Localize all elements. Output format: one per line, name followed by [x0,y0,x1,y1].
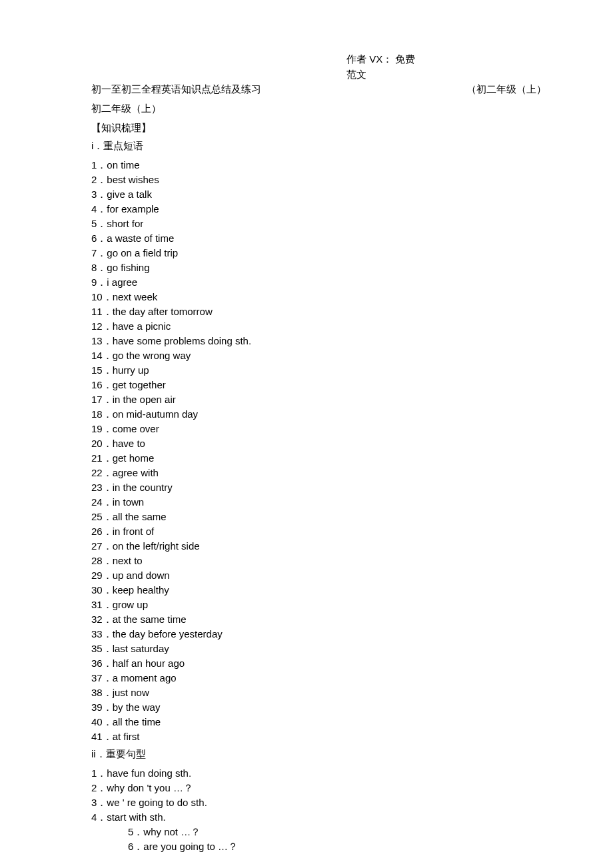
list-item: 29．up and down [91,568,553,583]
list-item: 21．get home [91,451,553,466]
list-item: 19．come over [91,422,553,436]
list-item: 12．have a picnic [91,319,553,334]
list-item: 1．on time [91,158,553,173]
list-item: 2．best wishes [91,173,553,187]
list-item: 5．short for [91,217,553,231]
list-item: 28．next to [91,554,553,568]
list-item: 33．the day before yesterday [91,627,553,642]
section-ii-label: ii．重要句型 [91,748,553,761]
list-item: 2．why don 't you …？ [91,781,553,795]
document-content: 初一至初三全程英语知识点总结及练习 （初二年级（上） 初二年级（上） 【知识梳理… [91,83,553,854]
header-author-block: 作者 VX： 免费 范文 [346,52,415,82]
list-item: 20．have to [91,436,553,451]
list-item: 3．we ' re going to do sth. [91,795,553,810]
list-item: 36．half an hour ago [91,656,553,671]
list-item: 10．next week [91,290,553,304]
header-line-2: 范文 [346,67,415,83]
list-item: 6．are you going to …？ [91,839,553,854]
list-item: 41．at first [91,729,553,744]
list-item: 27．on the left/right side [91,539,553,554]
list-item: 9．i agree [91,275,553,290]
list-item: 1．have fun doing sth. [91,766,553,781]
section-i-label: i．重点短语 [91,140,553,153]
list-item: 4．start with sth. [91,810,553,825]
section-i-list: 1．on time 2．best wishes 3．give a talk 4．… [91,158,553,744]
list-item: 30．keep healthy [91,583,553,598]
section-ii-list: 1．have fun doing sth. 2．why don 't you …… [91,766,553,854]
title-row: 初一至初三全程英语知识点总结及练习 （初二年级（上） [91,83,553,96]
header-line-1: 作者 VX： 免费 [346,52,415,67]
list-item: 15．hurry up [91,363,553,378]
list-item: 18．on mid-autumn day [91,407,553,422]
list-item: 23．in the country [91,480,553,495]
list-item: 40．all the time [91,715,553,729]
list-item: 16．get together [91,378,553,392]
list-item: 6．a waste of time [91,231,553,246]
list-item: 14．go the wrong way [91,348,553,363]
list-item: 17．in the open air [91,392,553,407]
list-item: 31．grow up [91,598,553,612]
list-item: 37．a moment ago [91,671,553,685]
list-item: 22．agree with [91,466,553,480]
list-item: 11．the day after tomorrow [91,304,553,319]
subtitle: 初二年级（上） [91,103,553,115]
list-item: 32．at the same time [91,612,553,627]
list-item: 5．why not …？ [91,825,553,839]
list-item: 25．all the same [91,510,553,524]
list-item: 39．by the way [91,700,553,715]
list-item: 3．give a talk [91,187,553,202]
list-item: 35．last saturday [91,642,553,656]
list-item: 7．go on a field trip [91,246,553,260]
section-outline-header: 【知识梳理】 [91,122,553,135]
title-right: （初二年级（上） [466,83,546,96]
list-item: 8．go fishing [91,260,553,275]
list-item: 4．for example [91,202,553,217]
list-item: 13．have some problems doing sth. [91,334,553,348]
title-left: 初一至初三全程英语知识点总结及练习 [91,83,261,96]
list-item: 24．in town [91,495,553,510]
list-item: 38．just now [91,685,553,700]
list-item: 26．in front of [91,524,553,539]
